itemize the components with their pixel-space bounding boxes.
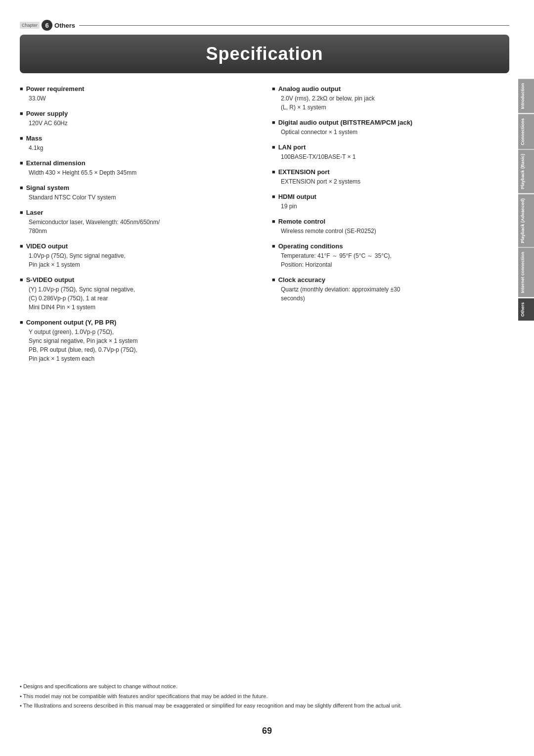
- spec-item: EXTENSION portEXTENSION port × 2 systems: [272, 168, 509, 186]
- spec-item: External dimensionWidth 430 × Height 65.…: [20, 159, 257, 177]
- spec-item: Operating conditionsTemperature: 41°F ～ …: [272, 242, 509, 269]
- right-column: Analog audio output2.0V (rms), 2.2kΩ or …: [272, 85, 509, 370]
- spec-item: S-VIDEO output(Y) 1.0Vp-p (75Ω), Sync si…: [20, 276, 257, 312]
- spec-heading: Component output (Y, PB PR): [20, 319, 257, 326]
- chapter-number: 6: [42, 20, 52, 31]
- spec-value: Standard NTSC Color TV system: [20, 193, 257, 202]
- spec-heading: External dimension: [20, 159, 257, 167]
- title-banner: Specification: [20, 35, 509, 73]
- spec-value: 33.0W: [20, 94, 257, 103]
- chapter-divider: [79, 25, 509, 26]
- spec-heading: Analog audio output: [272, 85, 509, 93]
- chapter-name: Others: [54, 22, 75, 29]
- spec-heading: Operating conditions: [272, 242, 509, 250]
- spec-heading: LAN port: [272, 143, 509, 151]
- spec-item: Power supply120V AC 60Hz: [20, 110, 257, 128]
- spec-value: 19 pin: [272, 202, 509, 211]
- spec-heading: Laser: [20, 209, 257, 216]
- spec-item: Digital audio output (BITSTREAM/PCM jack…: [272, 119, 509, 137]
- spec-value: Width 430 × Height 65.5 × Depth 345mm: [20, 168, 257, 177]
- spec-heading: Remote control: [272, 218, 509, 225]
- spec-value: Y output (green), 1.0Vp-p (75Ω),Sync sig…: [20, 328, 257, 363]
- spec-item: Signal systemStandard NTSC Color TV syst…: [20, 184, 257, 202]
- spec-value: 2.0V (rms), 2.2kΩ or below, pin jack(L, …: [272, 94, 509, 112]
- spec-heading: Power requirement: [20, 85, 257, 93]
- sidebar-tab-playback-advanced[interactable]: Playback (Advanced): [518, 194, 534, 247]
- spec-item: Remote controlWireless remote control (S…: [272, 218, 509, 236]
- spec-item: HDMI output19 pin: [272, 193, 509, 211]
- sidebar-tab-connections[interactable]: Connections: [518, 114, 534, 149]
- page-title: Specification: [20, 44, 509, 64]
- spec-value: Quartz (monthly deviation: approximately…: [272, 285, 509, 303]
- spec-heading: Signal system: [20, 184, 257, 191]
- spec-item: Analog audio output2.0V (rms), 2.2kΩ or …: [272, 85, 509, 112]
- spec-item: Mass4.1kg: [20, 135, 257, 152]
- spec-heading: EXTENSION port: [272, 168, 509, 176]
- page-number: 69: [262, 726, 272, 736]
- spec-item: Clock accuracyQuartz (monthly deviation:…: [272, 276, 509, 303]
- sidebar-tab-internet[interactable]: Internet connection: [518, 248, 534, 297]
- footer-note: • Designs and specifications are subject…: [20, 682, 509, 691]
- spec-item: VIDEO output1.0Vp-p (75Ω), Sync signal n…: [20, 242, 257, 269]
- sidebar-tab-introduction[interactable]: Introduction: [518, 79, 534, 113]
- spec-heading: VIDEO output: [20, 242, 257, 250]
- sidebar-tab-others[interactable]: Others: [518, 298, 534, 321]
- spec-value: 4.1kg: [20, 143, 257, 152]
- spec-heading: S-VIDEO output: [20, 276, 257, 284]
- footer-note: • This model may not be compatible with …: [20, 692, 509, 701]
- spec-value: 120V AC 60Hz: [20, 119, 257, 128]
- chapter-header: Chapter 6 Others: [20, 20, 509, 31]
- chapter-label: Chapter: [20, 22, 40, 29]
- spec-heading: Digital audio output (BITSTREAM/PCM jack…: [272, 119, 509, 126]
- spec-heading: Mass: [20, 135, 257, 142]
- footer-notes: • Designs and specifications are subject…: [20, 682, 509, 711]
- spec-value: 1.0Vp-p (75Ω), Sync signal negative,Pin …: [20, 251, 257, 269]
- spec-value: Temperature: 41°F ～ 95°F (5°C ～ 35°C),Po…: [272, 251, 509, 269]
- spec-columns: Power requirement33.0WPower supply120V A…: [20, 85, 509, 370]
- spec-item: Power requirement33.0W: [20, 85, 257, 103]
- spec-item: LAN port100BASE-TX/10BASE-T × 1: [272, 143, 509, 161]
- spec-heading: HDMI output: [272, 193, 509, 200]
- spec-heading: Power supply: [20, 110, 257, 117]
- footer-note: • The Illustrations and screens describe…: [20, 702, 509, 710]
- spec-value: 100BASE-TX/10BASE-T × 1: [272, 152, 509, 161]
- left-column: Power requirement33.0WPower supply120V A…: [20, 85, 257, 370]
- sidebar-tab-playback-basic[interactable]: Playback (Basic): [518, 150, 534, 193]
- spec-value: EXTENSION port × 2 systems: [272, 177, 509, 186]
- spec-heading: Clock accuracy: [272, 276, 509, 284]
- spec-value: Semiconductor laser, Wavelength: 405nm/6…: [20, 218, 257, 236]
- spec-value: Optical connector × 1 system: [272, 128, 509, 137]
- spec-value: (Y) 1.0Vp-p (75Ω), Sync signal negative,…: [20, 285, 257, 312]
- spec-value: Wireless remote control (SE-R0252): [272, 227, 509, 236]
- spec-item: Component output (Y, PB PR)Y output (gre…: [20, 319, 257, 363]
- main-content: Chapter 6 Others Specification Power req…: [20, 20, 509, 736]
- sidebar-tabs: Introduction Connections Playback (Basic…: [518, 79, 534, 321]
- spec-item: LaserSemiconductor laser, Wavelength: 40…: [20, 209, 257, 236]
